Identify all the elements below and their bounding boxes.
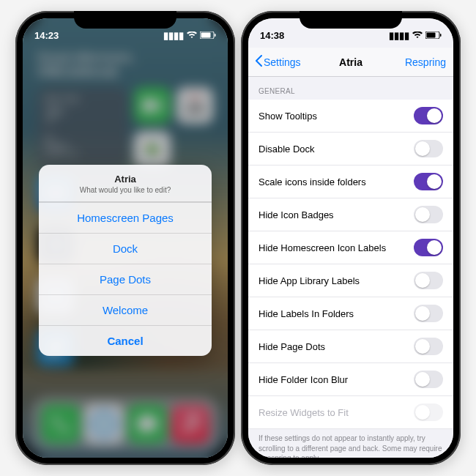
settings-row: Hide Page Dots — [248, 330, 453, 363]
toggle-switch[interactable] — [414, 371, 443, 388]
settings-row: Show Tooltips — [248, 100, 453, 133]
sheet-cancel-button[interactable]: Cancel — [39, 325, 212, 356]
toggle-switch[interactable] — [414, 338, 443, 355]
settings-screen: 14:38 ▮▮▮▮ Settings Atria Respring — [248, 18, 453, 458]
row-label: Hide App Library Labels — [259, 275, 360, 286]
chevron-left-icon — [256, 55, 262, 69]
row-label: Show Tooltips — [259, 111, 317, 122]
status-icons: ▮▮▮▮ — [389, 30, 442, 41]
atria-action-sheet: Atria What would you like to edit? Homes… — [39, 165, 212, 356]
notch — [300, 11, 402, 29]
notch — [74, 11, 176, 29]
battery-icon — [425, 30, 442, 41]
settings-row: Hide Labels In Folders — [248, 297, 453, 330]
back-button[interactable]: Settings — [256, 55, 301, 69]
nav-bar: Settings Atria Respring — [248, 48, 453, 77]
settings-row: Hide Icon Badges — [248, 198, 453, 231]
wifi-icon — [412, 30, 423, 41]
status-time: 14:23 — [34, 30, 59, 41]
toggle-switch[interactable] — [414, 239, 443, 256]
sheet-option-dock[interactable]: Dock — [39, 233, 212, 264]
settings-row: Scale icons inside folders — [248, 166, 453, 198]
toggle-switch[interactable] — [414, 107, 443, 124]
row-label: Hide Icon Badges — [259, 209, 334, 220]
sheet-subtitle: What would you like to edit? — [46, 186, 204, 194]
row-label: Hide Homescreen Icon Labels — [259, 242, 386, 253]
sheet-option-homescreen-pages[interactable]: Homescreen Pages — [39, 202, 212, 233]
respring-button[interactable]: Respring — [405, 56, 446, 68]
svg-rect-1 — [201, 32, 211, 37]
toggle-switch[interactable] — [414, 272, 443, 289]
status-time: 14:38 — [260, 30, 284, 41]
row-label: Hide Folder Icon Blur — [259, 374, 348, 385]
group-general: Show TooltipsDisable DockScale icons ins… — [248, 100, 453, 429]
sheet-option-page-dots[interactable]: Page Dots — [39, 264, 212, 294]
group-header-general: General — [248, 77, 453, 100]
battery-icon — [200, 30, 216, 41]
row-label: Disable Dock — [259, 144, 315, 155]
svg-rect-2 — [215, 34, 216, 37]
row-label: Scale icons inside folders — [259, 176, 366, 187]
status-icons: ▮▮▮▮ — [163, 30, 216, 41]
toggle-switch[interactable] — [414, 140, 443, 157]
sheet-title: Atria — [46, 174, 204, 185]
settings-row: Hide Homescreen Icon Labels — [248, 231, 453, 264]
settings-row: Disable Dock — [248, 133, 453, 166]
signal-icon: ▮▮▮▮ — [389, 30, 409, 41]
svg-rect-17 — [440, 34, 442, 37]
settings-row: Hide Folder Icon Blur — [248, 363, 453, 396]
settings-row: Hide App Library Labels — [248, 264, 453, 297]
back-label: Settings — [264, 56, 301, 68]
wifi-icon — [187, 30, 197, 41]
settings-list[interactable]: General Show TooltipsDisable DockScale i… — [248, 77, 453, 458]
sheet-option-welcome[interactable]: Welcome — [39, 294, 212, 325]
row-label: Resize Widgets to Fit — [259, 407, 349, 418]
toggle-switch — [414, 404, 443, 421]
phone-left-frame: 14:23 ▮▮▮▮ Good afternoon, ONEJailbreak … — [15, 11, 235, 465]
home-screen: 14:23 ▮▮▮▮ Good afternoon, ONEJailbreak … — [23, 18, 228, 458]
group-footer-general: If these settings do not appear to insta… — [248, 429, 453, 458]
toggle-switch[interactable] — [414, 206, 443, 223]
settings-row: Resize Widgets to Fit — [248, 396, 453, 429]
toggle-switch[interactable] — [414, 305, 443, 322]
phone-right-frame: 14:38 ▮▮▮▮ Settings Atria Respring — [241, 11, 461, 465]
sheet-header: Atria What would you like to edit? — [39, 165, 212, 202]
signal-icon: ▮▮▮▮ — [163, 30, 184, 41]
toggle-switch[interactable] — [414, 173, 443, 190]
row-label: Hide Labels In Folders — [259, 308, 354, 319]
svg-rect-16 — [427, 32, 436, 37]
row-label: Hide Page Dots — [259, 341, 325, 352]
